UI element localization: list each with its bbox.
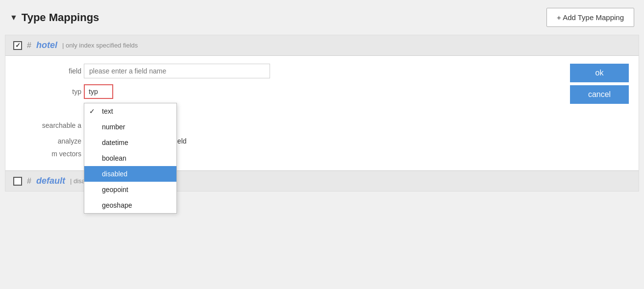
- default-checkbox[interactable]: [13, 177, 22, 186]
- dropdown-item-disabled[interactable]: disabled: [84, 166, 176, 182]
- hotel-name: hotel: [36, 40, 57, 50]
- dropdown-item-boolean[interactable]: boolean: [84, 150, 176, 166]
- field-label: field: [69, 67, 81, 75]
- section-title: Type Mappings: [22, 11, 99, 24]
- type-selector[interactable]: typ: [84, 84, 113, 99]
- hotel-subtitle: | only index specified fields: [62, 42, 138, 49]
- type-row: typ typ ✓ text number datetime boole: [5, 84, 639, 99]
- hotel-checkbox[interactable]: [13, 41, 22, 50]
- type-label: typ: [72, 88, 81, 96]
- field-row: field: [5, 64, 639, 78]
- field-name-input[interactable]: [84, 64, 270, 78]
- content-area: # hotel | only index specified fields ok…: [5, 35, 639, 192]
- type-dropdown: ✓ text number datetime boolean disabled: [84, 103, 177, 214]
- page-container: ▼ Type Mappings + Add Type Mapping # hot…: [0, 0, 644, 289]
- dropdown-item-geoshape[interactable]: geoshape: [84, 197, 176, 213]
- checkmark-icon: ✓: [89, 107, 95, 115]
- collapse-chevron-icon[interactable]: ▼: [10, 13, 18, 22]
- analyze-label: analyze: [58, 137, 81, 145]
- hotel-type-row: # hotel | only index specified fields: [5, 35, 639, 56]
- term-vectors-label: m vectors: [51, 150, 81, 158]
- add-type-mapping-button[interactable]: + Add Type Mapping: [546, 8, 634, 27]
- title-group: ▼ Type Mappings: [10, 11, 99, 24]
- section-header: ▼ Type Mappings + Add Type Mapping: [0, 0, 644, 35]
- searchable-label: searchable a: [42, 121, 81, 129]
- default-name: default: [36, 176, 65, 186]
- dropdown-item-text[interactable]: ✓ text: [84, 103, 176, 119]
- form-area: ok cancel field typ typ ✓ text: [5, 56, 639, 170]
- default-hash-icon: #: [27, 177, 31, 186]
- hash-icon: #: [27, 41, 31, 50]
- dropdown-item-datetime[interactable]: datetime: [84, 135, 176, 150]
- dropdown-item-geopoint[interactable]: geopoint: [84, 182, 176, 197]
- dropdown-item-number[interactable]: number: [84, 119, 176, 135]
